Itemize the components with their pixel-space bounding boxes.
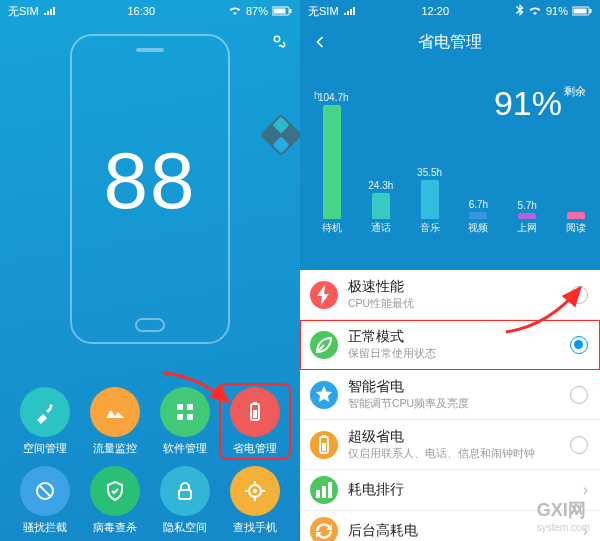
security-score: 88 (0, 135, 300, 227)
tile-label: 省电管理 (223, 441, 287, 456)
wifi-icon (528, 6, 542, 16)
mode-subtitle: 智能调节CPU频率及亮度 (348, 397, 560, 411)
bar-fill (421, 180, 439, 219)
svg-rect-23 (322, 486, 326, 498)
locate-icon (230, 466, 280, 516)
mode-title: 正常模式 (348, 328, 560, 346)
svg-rect-1 (274, 9, 286, 14)
mode-subtitle: 仅启用联系人、电话、信息和闹钟时钟 (348, 447, 560, 461)
svg-rect-2 (290, 9, 292, 13)
wifi-icon (228, 6, 242, 16)
status-time: 12:20 (422, 5, 450, 17)
svg-line-12 (39, 485, 51, 497)
svg-rect-22 (316, 490, 320, 498)
bar-fill (323, 105, 341, 219)
back-icon[interactable] (310, 32, 330, 56)
svg-rect-13 (179, 490, 191, 499)
chevron-right-icon: › (583, 481, 588, 499)
tile-label: 病毒查杀 (83, 520, 147, 535)
feature-grid: 空间管理流量监控软件管理省电管理骚扰拦截病毒查杀隐私空间查找手机 (0, 387, 300, 541)
phone-screen-power-mgmt: 无SIM 12:20 91% 省电管理 h 91%剩余 104.7h待机24.3… (300, 0, 600, 541)
mode-title: 智能省电 (348, 378, 560, 396)
bar-fill (469, 212, 487, 219)
mode-normal[interactable]: 正常模式保留日常使用状态 (300, 320, 600, 370)
bar-value: 6.7h (464, 199, 492, 210)
bar-fill (567, 212, 585, 219)
screen-header: 省电管理 (300, 22, 600, 62)
shield-icon (90, 466, 140, 516)
battery-icon (272, 6, 292, 16)
settings-gear-icon[interactable] (266, 28, 288, 54)
grid-icon (160, 387, 210, 437)
bar-阅读: 阅读 (562, 210, 590, 219)
mode-subtitle: CPU性能最优 (348, 297, 560, 311)
tile-disturb[interactable]: 骚扰拦截 (13, 466, 77, 535)
svg-rect-18 (590, 9, 592, 13)
bar-category: 上网 (509, 221, 545, 235)
bar-value: 24.3h (367, 180, 395, 191)
bar-value: 5.7h (513, 200, 541, 211)
bar-视频: 6.7h视频 (464, 199, 492, 219)
tile-space[interactable]: 空间管理 (13, 387, 77, 456)
mode-smart[interactable]: 智能省电智能调节CPU频率及亮度 (300, 370, 600, 420)
battery-pct: 87% (246, 5, 268, 17)
tile-power[interactable]: 省电管理 (223, 387, 287, 456)
tile-privacy[interactable]: 隐私空间 (153, 466, 217, 535)
svg-rect-4 (177, 404, 183, 410)
extra-rank[interactable]: 耗电排行› (300, 470, 600, 511)
refresh-icon (310, 517, 338, 541)
tile-find[interactable]: 查找手机 (223, 466, 287, 535)
rank-icon (310, 476, 338, 504)
bar-category: 通话 (363, 221, 399, 235)
tile-traffic[interactable]: 流量监控 (83, 387, 147, 456)
bar-category: 阅读 (558, 221, 594, 235)
chevron-right-icon: › (583, 522, 588, 540)
mode-super[interactable]: 超级省电仅启用联系人、电话、信息和闹钟时钟 (300, 420, 600, 470)
bluetooth-icon (516, 4, 524, 18)
bar-待机: 104.7h待机 (318, 92, 346, 219)
radio[interactable] (570, 386, 588, 404)
tile-virus[interactable]: 病毒查杀 (83, 466, 147, 535)
svg-point-15 (253, 489, 257, 493)
mode-extreme[interactable]: 极速性能CPU性能最优 (300, 270, 600, 320)
status-time: 16:30 (128, 5, 156, 17)
phone-screen-security-center: 无SIM 16:30 87% 88 空间管理流量监控软件管理省电管理骚扰拦截病毒… (0, 0, 300, 541)
radio[interactable] (570, 286, 588, 304)
signal-icon (343, 6, 355, 16)
bar-fill (518, 213, 536, 219)
bar-上网: 5.7h上网 (513, 200, 541, 219)
svg-rect-10 (253, 410, 257, 418)
battery-pct: 91% (546, 5, 568, 17)
status-bar: 无SIM 16:30 87% (0, 0, 300, 22)
carrier-label: 无SIM (308, 4, 339, 19)
extra-bg[interactable]: 后台高耗电› (300, 511, 600, 541)
tile-label: 隐私空间 (153, 520, 217, 535)
mode-title: 极速性能 (348, 278, 560, 296)
usage-chart: h 91%剩余 104.7h待机24.3h通话35.5h音乐6.7h视频5.7h… (300, 62, 600, 237)
carrier-label: 无SIM (8, 4, 39, 19)
battery-icon (230, 387, 280, 437)
tile-apps[interactable]: 软件管理 (153, 387, 217, 456)
extra-title: 后台高耗电 (348, 522, 573, 540)
bar-value: 104.7h (318, 92, 346, 103)
signal-icon (43, 6, 55, 16)
extra-title: 耗电排行 (348, 481, 573, 499)
battery-icon (572, 6, 592, 16)
mode-title: 超级省电 (348, 428, 560, 446)
radio[interactable] (570, 436, 588, 454)
bar-category: 音乐 (412, 221, 448, 235)
bar-value: 35.5h (416, 167, 444, 178)
svg-rect-24 (328, 482, 332, 498)
status-bar: 无SIM 12:20 91% (300, 0, 600, 22)
svg-rect-6 (177, 414, 183, 420)
radio[interactable] (570, 336, 588, 354)
tile-label: 查找手机 (223, 520, 287, 535)
svg-rect-21 (322, 443, 326, 451)
leaf-icon (310, 331, 338, 359)
mountain-icon (90, 387, 140, 437)
svg-rect-7 (187, 414, 193, 420)
svg-rect-17 (574, 9, 587, 14)
svg-rect-20 (322, 435, 326, 437)
star-icon (310, 381, 338, 409)
broom-icon (20, 387, 70, 437)
